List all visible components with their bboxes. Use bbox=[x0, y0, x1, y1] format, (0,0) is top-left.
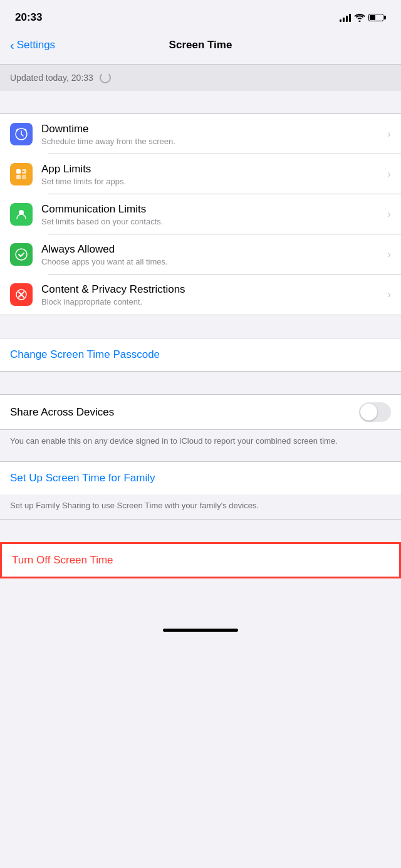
section-gap-4 bbox=[0, 455, 401, 461]
always-allowed-text: Always Allowed Choose apps you want at a… bbox=[41, 243, 382, 266]
content-privacy-chevron-icon: › bbox=[387, 288, 391, 301]
communication-limits-title: Communication Limits bbox=[41, 203, 382, 216]
loading-spinner-icon bbox=[100, 72, 111, 83]
downtime-title: Downtime bbox=[41, 123, 382, 135]
home-indicator bbox=[0, 616, 401, 644]
wifi-icon bbox=[355, 14, 365, 22]
nav-bar: ‹ Settings Screen Time bbox=[0, 31, 401, 64]
page-title: Screen Time bbox=[169, 39, 232, 51]
toggle-knob bbox=[360, 404, 377, 421]
status-time: 20:33 bbox=[15, 11, 42, 24]
communication-limits-icon bbox=[10, 203, 33, 226]
section-gap-1 bbox=[0, 91, 401, 113]
family-setup-description: Set up Family Sharing to use Screen Time… bbox=[0, 494, 401, 520]
communication-limits-chevron-icon: › bbox=[387, 208, 391, 221]
share-across-devices-row: Share Across Devices bbox=[0, 394, 401, 430]
back-label: Settings bbox=[17, 39, 55, 51]
svg-rect-1 bbox=[16, 169, 21, 174]
change-passcode-label: Change Screen Time Passcode bbox=[10, 348, 160, 360]
section-gap-6 bbox=[0, 578, 401, 616]
signal-bars-icon bbox=[340, 13, 351, 22]
update-banner: Updated today, 20:33 bbox=[0, 65, 401, 91]
always-allowed-subtitle: Choose apps you want at all times. bbox=[41, 257, 382, 266]
communication-limits-text: Communication Limits Set limits based on… bbox=[41, 203, 382, 226]
status-icons bbox=[340, 13, 386, 22]
family-setup-cell[interactable]: Set Up Screen Time for Family bbox=[0, 461, 401, 494]
app-limits-chevron-icon: › bbox=[387, 168, 391, 180]
svg-rect-3 bbox=[16, 175, 21, 179]
menu-item-always-allowed[interactable]: Always Allowed Choose apps you want at a… bbox=[0, 234, 401, 275]
back-chevron-icon: ‹ bbox=[10, 39, 14, 51]
share-across-devices-description-text: You can enable this on any device signed… bbox=[10, 435, 391, 447]
downtime-icon bbox=[10, 123, 33, 145]
settings-menu-list: Downtime Schedule time away from the scr… bbox=[0, 113, 401, 315]
downtime-subtitle: Schedule time away from the screen. bbox=[41, 137, 382, 146]
svg-point-6 bbox=[16, 249, 27, 260]
back-button[interactable]: ‹ Settings bbox=[10, 39, 55, 51]
svg-rect-4 bbox=[22, 175, 26, 179]
share-across-devices-label: Share Across Devices bbox=[10, 406, 114, 419]
turn-off-cell[interactable]: Turn Off Screen Time bbox=[0, 542, 401, 578]
app-limits-title: App Limits bbox=[41, 163, 382, 175]
always-allowed-icon bbox=[10, 243, 33, 266]
family-setup-label: Set Up Screen Time for Family bbox=[10, 472, 155, 484]
content-privacy-icon bbox=[10, 283, 33, 306]
menu-item-downtime[interactable]: Downtime Schedule time away from the scr… bbox=[0, 114, 401, 154]
downtime-chevron-icon: › bbox=[387, 128, 391, 140]
menu-item-communication-limits[interactable]: Communication Limits Set limits based on… bbox=[0, 194, 401, 234]
section-gap-2 bbox=[0, 315, 401, 338]
communication-limits-subtitle: Set limits based on your contacts. bbox=[41, 217, 382, 226]
content-privacy-subtitle: Block inappropriate content. bbox=[41, 297, 382, 306]
downtime-text: Downtime Schedule time away from the scr… bbox=[41, 123, 382, 146]
update-text: Updated today, 20:33 bbox=[10, 73, 93, 83]
always-allowed-chevron-icon: › bbox=[387, 248, 391, 261]
share-across-devices-description: You can enable this on any device signed… bbox=[0, 430, 401, 455]
battery-icon bbox=[368, 14, 386, 21]
content-privacy-text: Content & Privacy Restrictions Block ina… bbox=[41, 283, 382, 306]
menu-item-app-limits[interactable]: App Limits Set time limits for apps. › bbox=[0, 154, 401, 194]
status-bar: 20:33 bbox=[0, 0, 401, 31]
change-passcode-cell[interactable]: Change Screen Time Passcode bbox=[0, 338, 401, 372]
app-limits-text: App Limits Set time limits for apps. bbox=[41, 163, 382, 186]
app-limits-icon bbox=[10, 163, 33, 186]
menu-item-content-privacy[interactable]: Content & Privacy Restrictions Block ina… bbox=[0, 275, 401, 315]
section-gap-3 bbox=[0, 372, 401, 394]
family-setup-description-text: Set up Family Sharing to use Screen Time… bbox=[10, 499, 391, 512]
app-limits-subtitle: Set time limits for apps. bbox=[41, 177, 382, 186]
always-allowed-title: Always Allowed bbox=[41, 243, 382, 256]
section-gap-5 bbox=[0, 520, 401, 542]
content-privacy-title: Content & Privacy Restrictions bbox=[41, 283, 382, 296]
share-across-devices-toggle[interactable] bbox=[359, 402, 391, 422]
turn-off-label: Turn Off Screen Time bbox=[12, 554, 113, 566]
home-bar bbox=[163, 629, 238, 632]
